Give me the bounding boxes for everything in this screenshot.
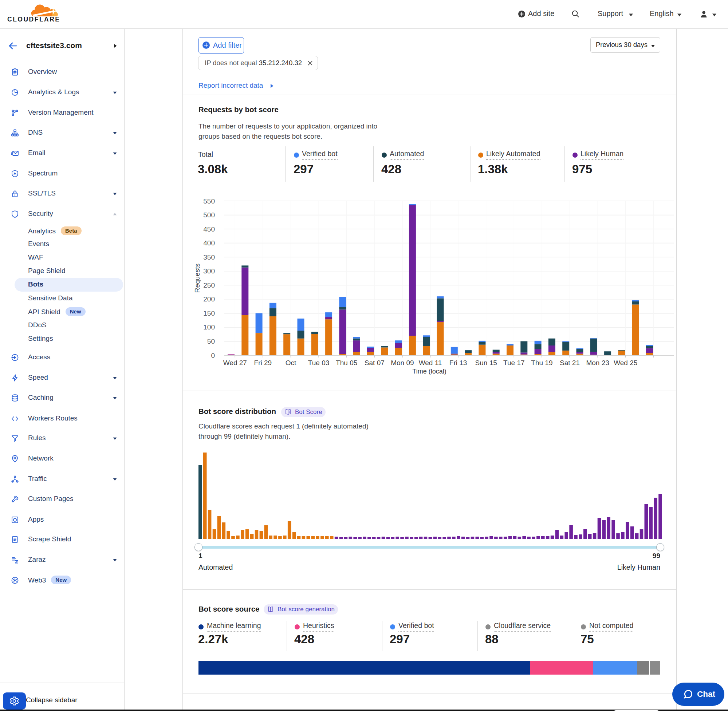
svg-text:450: 450 [203,225,215,233]
svg-text:550: 550 [203,197,215,205]
svg-text:Fri 13: Fri 13 [449,359,467,367]
svg-text:Thu 05: Thu 05 [336,359,357,367]
svg-text:Mon 09: Mon 09 [391,359,414,367]
svg-text:Wed 25: Wed 25 [614,359,637,367]
svg-text:Oct: Oct [285,359,297,367]
svg-text:Wed 11: Wed 11 [419,359,442,367]
svg-text:500: 500 [203,211,215,219]
svg-text:CLOUDFLARE: CLOUDFLARE [7,16,61,23]
svg-text:Thu 19: Thu 19 [531,359,552,367]
svg-text:350: 350 [203,254,215,261]
svg-text:Tue 17: Tue 17 [503,359,524,367]
svg-text:Tue 03: Tue 03 [308,359,329,367]
svg-text:Fri 29: Fri 29 [254,359,272,367]
svg-text:200: 200 [203,295,215,303]
svg-text:Sun 15: Sun 15 [475,359,497,367]
svg-text:250: 250 [203,282,215,289]
svg-text:150: 150 [203,310,215,317]
svg-text:Wed 27: Wed 27 [223,359,247,367]
svg-text:Sat 07: Sat 07 [365,359,385,367]
svg-text:400: 400 [203,239,215,247]
svg-text:100: 100 [203,323,215,331]
svg-text:300: 300 [203,267,215,275]
svg-text:Mon 23: Mon 23 [586,359,609,367]
svg-text:0: 0 [211,352,215,359]
svg-text:Sat 21: Sat 21 [560,359,580,367]
svg-text:Time (local): Time (local) [412,368,446,375]
svg-text:50: 50 [207,338,215,345]
svg-text:Requests: Requests [193,264,201,293]
